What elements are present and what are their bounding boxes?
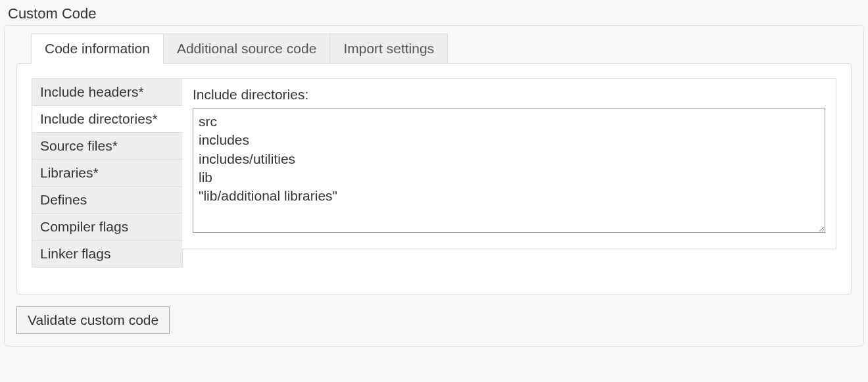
content-row: Include headers* Include directories* So… (32, 78, 836, 268)
include-directories-textarea[interactable]: src includes includes/utilities lib "lib… (193, 108, 825, 233)
custom-code-section: Custom Code Code information Additional … (0, 0, 868, 346)
editor-label: Include directories: (193, 87, 825, 103)
side-tab-compiler-flags[interactable]: Compiler flags (32, 214, 183, 241)
tab-code-information[interactable]: Code information (31, 34, 164, 64)
section-title: Custom Code (0, 0, 868, 25)
side-tab-linker-flags[interactable]: Linker flags (32, 241, 183, 268)
outer-panel: Code information Additional source code … (4, 25, 864, 346)
side-tab-libraries[interactable]: Libraries* (32, 160, 183, 187)
validate-custom-code-button[interactable]: Validate custom code (16, 306, 170, 334)
tab-additional-source-code[interactable]: Additional source code (164, 34, 330, 64)
validate-wrap: Validate custom code (16, 306, 852, 334)
side-tabs: Include headers* Include directories* So… (32, 78, 183, 268)
side-tab-include-directories[interactable]: Include directories* (32, 106, 183, 133)
tab-import-settings[interactable]: Import settings (330, 34, 448, 64)
side-tab-defines[interactable]: Defines (32, 187, 183, 214)
main-tabs: Code information Additional source code … (31, 34, 863, 64)
code-information-panel: Include headers* Include directories* So… (16, 63, 852, 295)
side-tab-include-headers[interactable]: Include headers* (32, 78, 183, 106)
side-tab-source-files[interactable]: Source files* (32, 133, 183, 160)
editor-area: Include directories: src includes includ… (182, 78, 836, 249)
